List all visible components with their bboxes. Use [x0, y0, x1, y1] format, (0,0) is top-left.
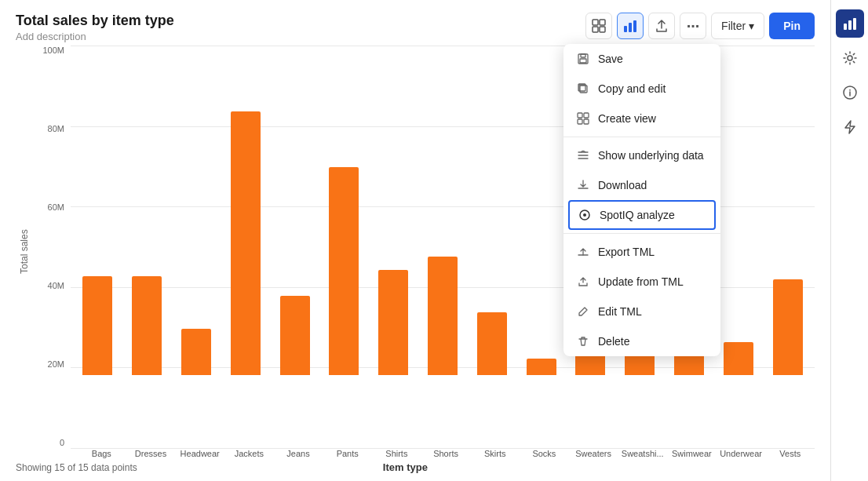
bar-skirts [477, 312, 507, 375]
y-label-0: 0 [60, 438, 64, 447]
bar-underwear [724, 342, 753, 375]
svg-rect-10 [580, 86, 587, 93]
menu-item-save[interactable]: Save [563, 44, 720, 74]
bar-vests [773, 279, 803, 375]
y-label-60m: 60M [48, 202, 64, 212]
x-label-pants: Pants [323, 449, 372, 458]
x-label-shorts: Shorts [421, 449, 471, 458]
svg-rect-19 [848, 20, 852, 30]
bar-jeans [280, 296, 310, 375]
y-axis-label: Total sales [16, 46, 33, 458]
x-axis-title: Item type [383, 461, 428, 473]
svg-rect-20 [853, 18, 856, 30]
svg-rect-12 [578, 113, 582, 118]
bar-group-skirts[interactable] [468, 46, 516, 375]
y-label-20m: 20M [48, 359, 64, 369]
right-sidebar [830, 0, 868, 481]
menu-label-show-data: Show underlying data [598, 149, 704, 162]
menu-item-show-data[interactable]: Show underlying data [563, 140, 720, 170]
table-view-button[interactable] [585, 13, 612, 39]
svg-rect-4 [624, 26, 627, 32]
bar-socks [527, 359, 556, 375]
menu-item-create-view[interactable]: Create view [563, 104, 720, 133]
bar-group-underwear[interactable] [714, 46, 762, 375]
bar-group-socks[interactable] [517, 46, 565, 375]
bar-dresses [132, 276, 162, 375]
chart-title: Total sales by item type [16, 13, 174, 29]
bar-pants [329, 167, 359, 375]
menu-label-delete: Delete [598, 335, 629, 348]
svg-rect-5 [629, 23, 632, 32]
y-axis-labels: 100M 80M 60M 40M 20M 0 [36, 46, 71, 449]
y-label-80m: 80M [48, 124, 64, 133]
svg-rect-13 [584, 113, 589, 118]
x-label-sweaters: Sweaters [569, 449, 618, 458]
menu-icon-spotiq [578, 208, 592, 222]
menu-item-copy-edit[interactable]: Copy and edit [563, 74, 720, 104]
sidebar-flash-icon[interactable] [836, 113, 864, 141]
svg-rect-14 [578, 119, 582, 124]
more-options-button[interactable]: ··· [680, 13, 706, 39]
share-button[interactable] [648, 13, 675, 39]
svg-rect-8 [581, 54, 585, 57]
x-label-bags: Bags [77, 449, 126, 458]
chart-subtitle: Add description [16, 31, 174, 42]
bar-group-bags[interactable] [74, 46, 122, 375]
footer: Showing 15 of 15 data points Item type [16, 461, 815, 473]
x-label-sweatshi...: Sweatshi... [618, 449, 667, 458]
svg-rect-18 [844, 24, 847, 30]
filter-chevron-icon: ▾ [749, 20, 754, 32]
bar-headwear [181, 329, 211, 375]
menu-divider-6 [563, 233, 720, 234]
x-label-dresses: Dresses [126, 449, 176, 458]
bar-group-jeans[interactable] [271, 46, 319, 375]
bar-group-shorts[interactable] [419, 46, 467, 375]
svg-rect-0 [593, 20, 598, 25]
menu-icon-save [576, 52, 590, 66]
bar-group-jackets[interactable] [221, 46, 269, 375]
pin-label: Pin [783, 20, 801, 32]
dropdown-menu: SaveCopy and editCreate viewShow underly… [563, 44, 720, 356]
menu-divider-3 [563, 137, 720, 137]
chart-view-button[interactable] [617, 13, 644, 39]
menu-item-update-tml[interactable]: Update from TML [563, 267, 720, 297]
sidebar-gear-icon[interactable] [836, 44, 864, 72]
sidebar-info-icon[interactable] [836, 78, 864, 107]
bar-group-dresses[interactable] [123, 46, 171, 375]
title-area: Total sales by item type Add description [16, 13, 174, 42]
menu-icon-export-tml [576, 245, 590, 259]
filter-button[interactable]: Filter ▾ [711, 13, 764, 39]
menu-icon-show-data [576, 148, 590, 162]
menu-item-download[interactable]: Download [563, 170, 720, 200]
bar-group-headwear[interactable] [173, 46, 221, 375]
menu-icon-download [576, 178, 590, 192]
x-label-swimwear: Swimwear [667, 449, 717, 458]
menu-item-delete[interactable]: Delete [563, 326, 720, 356]
x-label-skirts: Skirts [470, 449, 520, 458]
y-label-40m: 40M [48, 281, 64, 290]
menu-icon-create-view [576, 111, 590, 126]
svg-rect-1 [600, 20, 605, 25]
y-label-100m: 100M [42, 46, 64, 55]
bar-group-vests[interactable] [764, 46, 811, 375]
pin-button[interactable]: Pin [769, 13, 815, 39]
bar-group-shirts[interactable] [370, 46, 418, 375]
menu-icon-copy-edit [576, 82, 590, 96]
x-label-vests: Vests [765, 449, 815, 458]
svg-rect-2 [593, 27, 598, 32]
bar-shorts [428, 257, 458, 375]
x-labels: BagsDressesHeadwearJacketsJeansPantsShir… [36, 449, 815, 458]
toolbar: ··· Filter ▾ Pin [585, 13, 815, 39]
menu-item-export-tml[interactable]: Export TML [563, 237, 720, 267]
main-content: Total sales by item type Add description [0, 0, 830, 481]
x-label-jeans: Jeans [274, 449, 323, 458]
bar-jackets [231, 111, 261, 375]
menu-item-edit-tml[interactable]: Edit TML [563, 297, 720, 326]
menu-label-copy-edit: Copy and edit [598, 82, 666, 95]
x-label-shirts: Shirts [372, 449, 421, 458]
bar-group-pants[interactable] [320, 46, 368, 375]
svg-rect-15 [584, 119, 589, 124]
sidebar-chart-icon[interactable] [836, 9, 864, 38]
menu-item-spotiq[interactable]: SpotIQ analyze [568, 200, 716, 230]
menu-icon-update-tml [576, 275, 590, 289]
